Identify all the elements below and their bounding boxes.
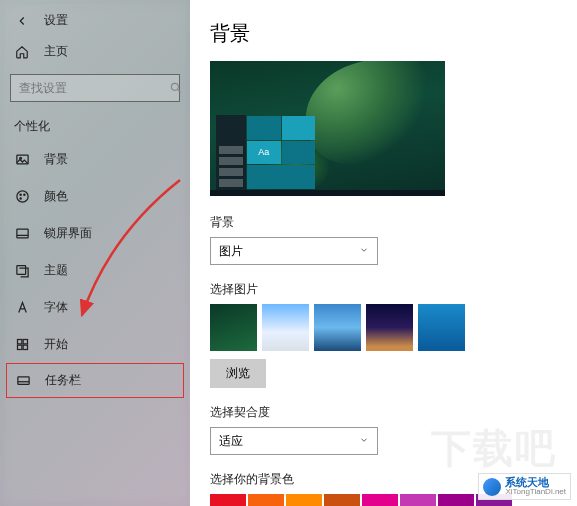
color-swatch[interactable] bbox=[210, 494, 246, 506]
thumbnail[interactable] bbox=[262, 304, 309, 351]
sidebar-item-colors[interactable]: 颜色 bbox=[0, 178, 190, 215]
palette-icon bbox=[14, 189, 30, 205]
sidebar-item-taskbar[interactable]: 任务栏 bbox=[6, 363, 184, 398]
picture-icon bbox=[14, 152, 30, 168]
sidebar-item-label: 锁屏界面 bbox=[44, 225, 92, 242]
sidebar-item-themes[interactable]: 主题 bbox=[0, 252, 190, 289]
thumbnail[interactable] bbox=[418, 304, 465, 351]
sidebar-item-lockscreen[interactable]: 锁屏界面 bbox=[0, 215, 190, 252]
search-icon bbox=[169, 81, 183, 95]
svg-point-5 bbox=[23, 194, 24, 195]
color-swatch[interactable] bbox=[248, 494, 284, 506]
browse-button[interactable]: 浏览 bbox=[210, 359, 266, 388]
home-nav[interactable]: 主页 bbox=[0, 33, 190, 70]
thumbnail[interactable] bbox=[210, 304, 257, 351]
font-icon bbox=[14, 300, 30, 316]
watermark-icon bbox=[483, 478, 501, 496]
search-box[interactable] bbox=[10, 74, 180, 102]
background-preview: Aa bbox=[210, 61, 445, 196]
page-title: 背景 bbox=[210, 20, 577, 47]
svg-rect-12 bbox=[23, 345, 27, 349]
sidebar: 设置 主页 个性化 背景 颜色 锁屏界面 主题 bbox=[0, 0, 190, 506]
select-value: 图片 bbox=[219, 243, 243, 260]
sidebar-item-fonts[interactable]: 字体 bbox=[0, 289, 190, 326]
watermark-sub: XiTongTianDi.net bbox=[505, 488, 566, 497]
sidebar-item-start[interactable]: 开始 bbox=[0, 326, 190, 363]
sidebar-item-label: 背景 bbox=[44, 151, 68, 168]
color-swatch[interactable] bbox=[438, 494, 474, 506]
home-label: 主页 bbox=[44, 43, 68, 60]
color-swatches bbox=[210, 494, 520, 506]
sidebar-item-label: 字体 bbox=[44, 299, 68, 316]
header-row: 设置 bbox=[0, 8, 190, 33]
svg-point-6 bbox=[20, 198, 21, 199]
sidebar-item-label: 开始 bbox=[44, 336, 68, 353]
svg-rect-8 bbox=[16, 266, 25, 275]
color-swatch[interactable] bbox=[324, 494, 360, 506]
fit-select[interactable]: 适应 bbox=[210, 427, 378, 455]
settings-title: 设置 bbox=[44, 12, 68, 29]
back-icon[interactable] bbox=[14, 13, 30, 29]
picture-thumbnails bbox=[210, 304, 577, 351]
choose-picture-label: 选择图片 bbox=[210, 281, 577, 298]
preview-tile-text: Aa bbox=[247, 141, 281, 165]
section-label: 个性化 bbox=[0, 112, 190, 141]
svg-point-4 bbox=[20, 194, 21, 195]
svg-rect-11 bbox=[17, 345, 21, 349]
home-icon bbox=[14, 44, 30, 60]
svg-rect-7 bbox=[16, 229, 27, 238]
color-swatch[interactable] bbox=[362, 494, 398, 506]
chevron-down-icon bbox=[359, 244, 369, 258]
svg-point-3 bbox=[16, 191, 27, 202]
sidebar-item-background[interactable]: 背景 bbox=[0, 141, 190, 178]
lock-screen-icon bbox=[14, 226, 30, 242]
thumbnail[interactable] bbox=[366, 304, 413, 351]
background-type-select[interactable]: 图片 bbox=[210, 237, 378, 265]
background-type-label: 背景 bbox=[210, 214, 577, 231]
sidebar-item-label: 任务栏 bbox=[45, 372, 81, 389]
fit-label: 选择契合度 bbox=[210, 404, 577, 421]
theme-icon bbox=[14, 263, 30, 279]
thumbnail[interactable] bbox=[314, 304, 361, 351]
color-swatch[interactable] bbox=[400, 494, 436, 506]
chevron-down-icon bbox=[359, 434, 369, 448]
main-content: 背景 Aa 背景 图片 选择图片 bbox=[190, 0, 577, 506]
search-input[interactable] bbox=[19, 81, 169, 95]
taskbar-icon bbox=[15, 373, 31, 389]
svg-rect-13 bbox=[17, 377, 28, 385]
svg-point-0 bbox=[171, 83, 178, 90]
start-icon bbox=[14, 337, 30, 353]
sidebar-item-label: 主题 bbox=[44, 262, 68, 279]
color-swatch[interactable] bbox=[286, 494, 322, 506]
site-watermark: 系统天地 XiTongTianDi.net bbox=[478, 473, 571, 500]
sidebar-item-label: 颜色 bbox=[44, 188, 68, 205]
svg-rect-10 bbox=[23, 340, 27, 344]
select-value: 适应 bbox=[219, 433, 243, 450]
svg-rect-9 bbox=[17, 340, 21, 344]
